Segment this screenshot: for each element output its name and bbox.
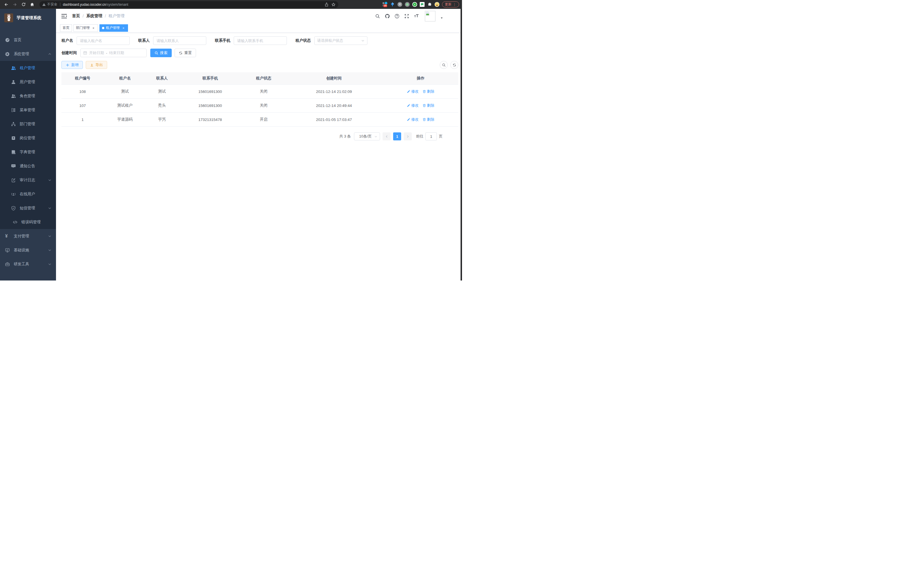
page-size-select[interactable]: 10条/页 — [354, 132, 380, 140]
reset-button[interactable]: 重置 — [175, 49, 196, 57]
security-warning[interactable]: 不安全 — [42, 2, 57, 7]
bookmark-star-icon[interactable] — [332, 3, 335, 7]
extensions-puzzle-icon[interactable] — [427, 2, 432, 7]
sidebar-item-字典管理[interactable]: 字典管理 — [0, 145, 56, 159]
extension-y-icon[interactable] — [412, 2, 417, 7]
search-button-label: 搜索 — [160, 50, 167, 56]
mobile-input[interactable] — [234, 36, 287, 45]
total-count: 共 3 条 — [339, 134, 351, 139]
app-logo-row[interactable]: 芋道管理系统 — [0, 9, 56, 27]
avatar-broken-image[interactable] — [425, 11, 435, 21]
column-header: 租户状态 — [243, 72, 285, 85]
address-bar[interactable]: 不安全 dashboard.yudao.iocoder.cn/system/te… — [39, 1, 338, 8]
sidebar-item-部门管理[interactable]: 部门管理 — [0, 117, 56, 131]
browser-back-icon[interactable] — [3, 1, 10, 8]
delete-link[interactable]: 删除 — [423, 117, 434, 122]
contact-input[interactable] — [153, 36, 206, 45]
sidebar-item-角色管理[interactable]: 角色管理 — [0, 89, 56, 103]
caret-down-icon[interactable] — [440, 17, 443, 20]
chevron-down-icon — [361, 39, 364, 42]
cell-status: 开启 — [243, 113, 285, 127]
search-button[interactable]: 搜索 — [150, 49, 172, 57]
tenant-table: 租户编号租户名联系人联系手机租户状态创建时间操作 108测试测试15601691… — [62, 72, 458, 127]
sidebar-item-通知公告[interactable]: 通知公告 — [0, 159, 56, 173]
github-icon[interactable] — [385, 14, 390, 19]
delete-link[interactable]: 删除 — [423, 103, 434, 108]
goto-page-input[interactable] — [425, 132, 437, 140]
export-button[interactable]: 导出 — [86, 61, 107, 69]
share-icon[interactable] — [325, 3, 328, 7]
sidebar-item-用户管理[interactable]: 用户管理 — [0, 75, 56, 89]
sidebar-item-短信管理[interactable]: 短信管理 — [0, 201, 56, 215]
browser-reload-icon[interactable] — [20, 1, 27, 8]
breadcrumb: 首页/系统管理/租户管理 — [72, 14, 124, 19]
page-number-1[interactable]: 1 — [393, 132, 401, 140]
sidebar-item-在线用户[interactable]: 在线用户 — [0, 187, 56, 201]
sidebar-collapse-icon[interactable] — [62, 14, 67, 19]
sidebar-item-审计日志[interactable]: 审计日志 — [0, 173, 56, 187]
cell-contact: 芋艿 — [146, 113, 178, 127]
next-page-button[interactable] — [404, 132, 412, 140]
tab-首页[interactable]: 首页 — [60, 24, 72, 32]
edit-link-label: 修改 — [411, 89, 418, 94]
profile-avatar[interactable] — [435, 2, 440, 7]
tab-租户管理[interactable]: 租户管理× — [99, 24, 128, 32]
sidebar-item-错误码管理[interactable]: 错误码管理 — [0, 215, 56, 229]
add-button[interactable]: 新增 — [62, 61, 83, 69]
sidebar-item-label: 租户管理 — [20, 65, 35, 71]
search-icon[interactable] — [375, 14, 380, 19]
shield-icon — [11, 206, 16, 211]
status-select[interactable]: 请选择租户状态 — [314, 36, 368, 45]
delete-link-label: 删除 — [427, 103, 434, 108]
security-label: 不安全 — [47, 2, 57, 7]
delete-link-label: 删除 — [427, 117, 434, 122]
help-icon[interactable] — [394, 14, 399, 19]
sidebar-item-label: 角色管理 — [20, 93, 35, 99]
chevron-down-icon — [48, 248, 51, 252]
sidebar-item-研发工具[interactable]: 研发工具 — [0, 257, 56, 271]
browser-update-button[interactable]: 更新 ⋮ — [442, 2, 459, 8]
calendar-icon — [83, 51, 87, 55]
omnibox-divider — [60, 3, 60, 6]
edit-link[interactable]: 修改 — [407, 89, 418, 94]
browser-forward-icon[interactable] — [11, 1, 18, 8]
edit-link-label: 修改 — [411, 103, 418, 108]
breadcrumb-item[interactable]: 系统管理 — [86, 14, 102, 19]
breadcrumb-item: 租户管理 — [109, 14, 124, 19]
edit-link[interactable]: 修改 — [407, 103, 418, 108]
browser-home-icon[interactable] — [28, 1, 35, 8]
sidebar-item-菜单管理[interactable]: 菜单管理 — [0, 103, 56, 117]
edit-link[interactable]: 修改 — [407, 117, 418, 122]
close-tab-icon[interactable]: × — [92, 26, 95, 30]
refresh-table-button[interactable] — [450, 61, 458, 69]
sidebar-item-首页[interactable]: 首页 — [0, 33, 56, 47]
delete-link[interactable]: 删除 — [423, 89, 434, 94]
page-content: 租户名 联系人 联系手机 租户状态 请选择租户状态 — [56, 33, 462, 281]
sidebar-item-岗位管理[interactable]: 岗位管理 — [0, 131, 56, 145]
font-size-icon[interactable] — [414, 14, 419, 19]
sidebar-item-基础设施[interactable]: 基础设施 — [0, 243, 56, 257]
sidebar-item-label: 短信管理 — [20, 206, 35, 211]
extension-balloon-icon[interactable] — [390, 2, 395, 7]
sidebar-item-租户管理[interactable]: 租户管理 — [0, 61, 56, 75]
tab-部门管理[interactable]: 部门管理× — [74, 24, 98, 32]
breadcrumb-item[interactable]: 首页 — [72, 14, 80, 19]
edit-link-label: 修改 — [411, 117, 418, 122]
status-label: 租户状态 — [296, 38, 311, 43]
fullscreen-icon[interactable] — [404, 14, 409, 19]
date-range-picker[interactable]: 开始日期 - 结束日期 — [80, 49, 147, 57]
gear-icon — [5, 52, 10, 56]
toggle-search-button[interactable] — [440, 61, 448, 69]
extension-command-icon[interactable]: ⌘ — [398, 2, 402, 7]
more-dots-icon[interactable]: ⋮ — [453, 3, 456, 7]
close-tab-icon[interactable]: × — [122, 26, 125, 30]
extension-chat-icon[interactable] — [420, 2, 424, 7]
tenant-name-input[interactable] — [76, 36, 130, 45]
sidebar-item-支付管理[interactable]: ¥支付管理 — [0, 229, 56, 243]
sidebar-item-系统管理[interactable]: 系统管理 — [0, 47, 56, 61]
extension-tabs-icon[interactable]: 10 — [382, 2, 387, 7]
sidebar-menu: 首页系统管理租户管理用户管理角色管理菜单管理部门管理岗位管理字典管理通知公告审计… — [0, 33, 56, 271]
cell-contact: 秃头 — [146, 99, 178, 113]
extension-record-icon[interactable] — [405, 2, 410, 7]
prev-page-button[interactable] — [382, 132, 391, 140]
